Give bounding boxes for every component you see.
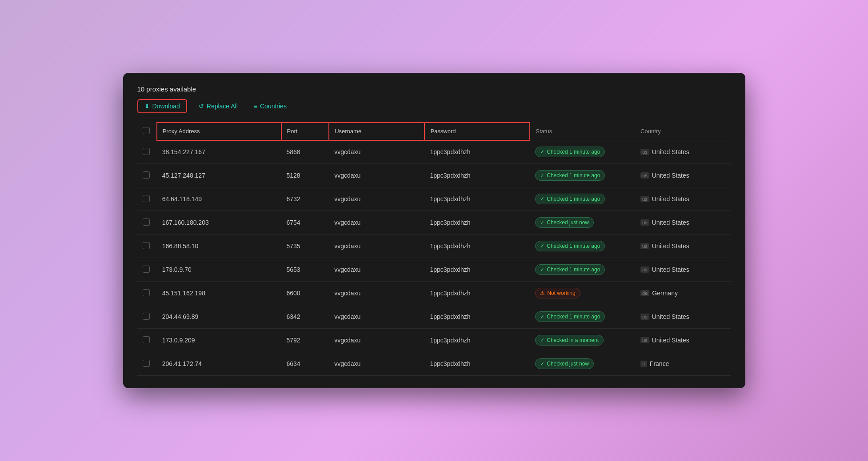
row-checkbox-2[interactable]	[143, 195, 150, 202]
country-name: United States	[652, 148, 689, 155]
row-checkbox-cell	[137, 140, 157, 164]
status-badge: ✓ Checked just now	[535, 217, 594, 228]
row-country: us United States	[635, 258, 731, 282]
row-username: vvgcdaxu	[329, 211, 424, 234]
row-country: us United States	[635, 164, 731, 187]
table-row: 204.44.69.89 6342 vvgcdaxu 1ppc3pdxdhzh …	[137, 305, 731, 329]
proxy-table: Proxy Address Port Username Password Sta…	[137, 122, 731, 376]
country-cell: us United States	[640, 219, 725, 226]
row-checkbox-7[interactable]	[143, 313, 150, 320]
table-row: 173.0.9.209 5792 vvgcdaxu 1ppc3pdxdhzh ✓…	[137, 329, 731, 352]
countries-label: Countries	[260, 103, 287, 110]
filter-icon: ≡	[254, 103, 257, 110]
table-row: 64.64.118.149 6732 vvgcdaxu 1ppc3pdxdhzh…	[137, 187, 731, 211]
country-flag: us	[640, 172, 649, 179]
row-country: us United States	[635, 234, 731, 258]
row-status: ✓ Checked 1 minute ago	[530, 234, 635, 258]
replace-all-button[interactable]: ↺ Replace All	[194, 100, 242, 112]
countries-button[interactable]: ≡ Countries	[249, 100, 291, 112]
status-icon: ✓	[540, 314, 544, 320]
row-status: ⚠ Not working	[530, 282, 635, 305]
row-status: ✓ Checked just now	[530, 211, 635, 234]
status-badge: ✓ Checked 1 minute ago	[535, 147, 605, 157]
main-window: 10 proxies available ⬇ Download ↺ Replac…	[123, 73, 745, 388]
download-icon: ⬇	[144, 103, 150, 110]
row-proxy-address: 167.160.180.203	[157, 211, 281, 234]
row-port: 5868	[281, 140, 329, 164]
status-badge: ✓ Checked 1 minute ago	[535, 194, 605, 204]
row-username: vvgcdaxu	[329, 164, 424, 187]
status-icon: ✓	[540, 337, 544, 343]
country-name: France	[650, 360, 669, 367]
row-port: 5735	[281, 234, 329, 258]
row-password: 1ppc3pdxdhzh	[424, 164, 530, 187]
row-proxy-address: 45.127.248.127	[157, 164, 281, 187]
row-checkbox-cell	[137, 329, 157, 352]
country-flag: us	[640, 219, 649, 226]
status-badge: ✓ Checked just now	[535, 358, 594, 369]
country-name: United States	[652, 337, 689, 344]
row-checkbox-5[interactable]	[143, 266, 150, 273]
table-row: 167.160.180.203 6754 vvgcdaxu 1ppc3pdxdh…	[137, 211, 731, 234]
row-username: vvgcdaxu	[329, 140, 424, 164]
row-port: 5128	[281, 164, 329, 187]
row-checkbox-cell	[137, 258, 157, 282]
country-cell: us United States	[640, 313, 725, 320]
status-icon: ✓	[540, 361, 544, 367]
row-checkbox-cell	[137, 234, 157, 258]
row-checkbox-3[interactable]	[143, 219, 150, 226]
country-name: Germany	[652, 290, 678, 297]
row-username: vvgcdaxu	[329, 187, 424, 211]
row-username: vvgcdaxu	[329, 329, 424, 352]
status-badge: ✓ Checked 1 minute ago	[535, 264, 605, 275]
country-flag: us	[640, 337, 649, 343]
table-header-row: Proxy Address Port Username Password Sta…	[137, 123, 731, 140]
header-password: Password	[424, 123, 530, 140]
header-country: Country	[635, 123, 731, 140]
proxies-count: 10 proxies available	[137, 85, 731, 93]
country-cell: us United States	[640, 148, 725, 155]
row-checkbox-1[interactable]	[143, 171, 150, 179]
row-proxy-address: 45.151.162.198	[157, 282, 281, 305]
row-checkbox-cell	[137, 305, 157, 329]
status-icon: ⚠	[540, 290, 545, 296]
row-password: 1ppc3pdxdhzh	[424, 258, 530, 282]
replace-all-label: Replace All	[207, 103, 238, 110]
row-checkbox-cell	[137, 164, 157, 187]
row-checkbox-9[interactable]	[143, 360, 150, 367]
header-proxy-address: Proxy Address	[157, 123, 281, 140]
row-password: 1ppc3pdxdhzh	[424, 305, 530, 329]
row-status: ✓ Checked just now	[530, 352, 635, 376]
header: 10 proxies available ⬇ Download ↺ Replac…	[137, 85, 731, 113]
country-name: United States	[652, 242, 689, 250]
row-country: us United States	[635, 140, 731, 164]
country-cell: us United States	[640, 242, 725, 250]
row-status: ✓ Checked 1 minute ago	[530, 187, 635, 211]
row-proxy-address: 204.44.69.89	[157, 305, 281, 329]
status-icon: ✓	[540, 149, 544, 155]
row-proxy-address: 173.0.9.70	[157, 258, 281, 282]
status-icon: ✓	[540, 172, 544, 179]
row-checkbox-4[interactable]	[143, 242, 150, 249]
row-port: 6342	[281, 305, 329, 329]
row-country: de Germany	[635, 282, 731, 305]
row-checkbox-cell	[137, 211, 157, 234]
status-icon: ✓	[540, 219, 544, 226]
download-button[interactable]: ⬇ Download	[137, 99, 187, 113]
table-row: 45.151.162.198 6600 vvgcdaxu 1ppc3pdxdhz…	[137, 282, 731, 305]
row-checkbox-0[interactable]	[143, 148, 150, 155]
row-username: vvgcdaxu	[329, 258, 424, 282]
country-cell: us United States	[640, 266, 725, 273]
row-checkbox-8[interactable]	[143, 336, 150, 343]
row-proxy-address: 206.41.172.74	[157, 352, 281, 376]
country-cell: fr France	[640, 360, 725, 367]
row-checkbox-6[interactable]	[143, 289, 150, 296]
country-name: United States	[652, 313, 689, 320]
row-username: vvgcdaxu	[329, 305, 424, 329]
row-port: 6634	[281, 352, 329, 376]
row-checkbox-cell	[137, 282, 157, 305]
select-all-checkbox[interactable]	[143, 127, 150, 134]
row-status: ✓ Checked 1 minute ago	[530, 258, 635, 282]
status-badge: ⚠ Not working	[535, 288, 580, 298]
country-name: United States	[652, 266, 689, 273]
